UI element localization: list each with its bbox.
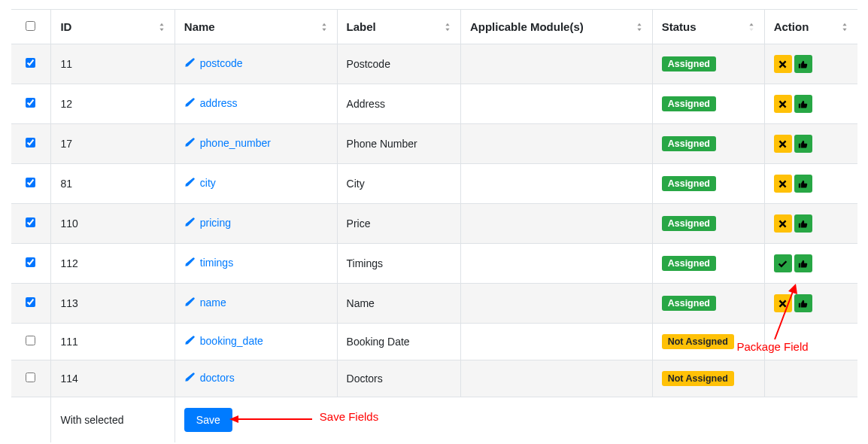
remove-action-button[interactable] <box>774 294 792 312</box>
cell-label: Postcode <box>337 44 460 84</box>
cell-module <box>460 44 652 84</box>
header-module-label: Applicable Module(s) <box>470 20 584 33</box>
row-checkbox[interactable] <box>26 58 35 68</box>
cell-id: 12 <box>51 84 175 124</box>
name-text: name <box>200 297 226 309</box>
edit-name-link[interactable]: postcode <box>184 57 243 69</box>
cell-label: Timings <box>337 244 460 284</box>
sort-icon[interactable] <box>319 22 329 32</box>
header-label[interactable]: Label <box>337 10 460 44</box>
cell-label: City <box>337 164 460 204</box>
cell-module <box>460 360 652 397</box>
edit-icon <box>184 372 196 383</box>
cell-label: Phone Number <box>337 124 460 164</box>
status-badge: Assigned <box>662 176 716 191</box>
row-checkbox[interactable] <box>26 98 35 108</box>
approve-action-button[interactable] <box>794 95 812 113</box>
edit-icon <box>184 217 196 228</box>
edit-icon <box>184 137 196 148</box>
approve-action-button[interactable] <box>794 214 812 233</box>
cell-id: 110 <box>51 204 175 244</box>
sort-icon[interactable] <box>442 22 453 32</box>
row-checkbox[interactable] <box>26 138 35 147</box>
remove-action-button[interactable] <box>774 214 792 233</box>
edit-icon <box>184 335 196 346</box>
edit-name-link[interactable]: doctors <box>184 372 235 384</box>
header-status[interactable]: Status <box>652 10 764 44</box>
edit-name-link[interactable]: timings <box>184 257 233 269</box>
table-header-row: ID Name Label Applicable Module(s) Statu… <box>11 10 857 44</box>
cell-label: Price <box>337 204 460 244</box>
edit-icon <box>184 177 196 188</box>
approve-action-button[interactable] <box>794 175 812 193</box>
remove-action-button[interactable] <box>774 55 792 73</box>
header-module[interactable]: Applicable Module(s) <box>460 10 652 44</box>
cell-module <box>460 204 652 244</box>
header-action-label: Action <box>774 20 809 33</box>
page-container: ID Name Label Applicable Module(s) Statu… <box>11 9 857 442</box>
cell-module <box>460 164 652 204</box>
header-name[interactable]: Name <box>175 10 337 44</box>
header-action[interactable]: Action <box>764 10 857 44</box>
table-row: 12addressAddressAssigned <box>11 84 857 124</box>
sort-icon[interactable] <box>746 22 757 32</box>
approve-action-button[interactable] <box>794 135 812 153</box>
edit-icon <box>184 257 196 268</box>
approve-action-button[interactable] <box>794 294 812 312</box>
with-selected-label: With selected <box>51 397 175 443</box>
row-checkbox[interactable] <box>26 373 35 382</box>
cell-id: 81 <box>51 164 175 204</box>
header-status-label: Status <box>662 20 697 33</box>
remove-action-button[interactable] <box>774 175 792 193</box>
status-badge: Assigned <box>662 256 716 271</box>
approve-action-button[interactable] <box>794 55 812 73</box>
row-checkbox[interactable] <box>26 297 35 307</box>
edit-name-link[interactable]: phone_number <box>184 137 271 149</box>
table-row: 114doctorsDoctorsNot Assigned <box>11 360 857 397</box>
remove-action-button[interactable] <box>774 135 792 153</box>
status-badge: Assigned <box>662 296 716 311</box>
edit-name-link[interactable]: booking_date <box>184 335 263 347</box>
cell-module <box>460 244 652 284</box>
sort-icon[interactable] <box>634 22 645 32</box>
table-row: 111booking_dateBooking DateNot Assigned <box>11 324 857 360</box>
cell-label: Name <box>337 284 460 324</box>
edit-name-link[interactable]: city <box>184 177 216 189</box>
table-row: 110pricingPriceAssigned <box>11 204 857 244</box>
row-checkbox[interactable] <box>26 178 35 187</box>
edit-icon <box>184 297 196 308</box>
select-all-checkbox[interactable] <box>26 21 35 31</box>
row-checkbox[interactable] <box>26 257 35 267</box>
header-label-label: Label <box>347 20 376 33</box>
row-checkbox[interactable] <box>26 336 35 345</box>
name-text: pricing <box>200 217 231 229</box>
cell-label: Address <box>337 84 460 124</box>
cell-id: 112 <box>51 244 175 284</box>
table-row: 17phone_numberPhone NumberAssigned <box>11 124 857 164</box>
name-text: booking_date <box>200 335 263 347</box>
edit-name-link[interactable]: name <box>184 297 226 309</box>
annotation-save-fields: Save Fields <box>320 410 378 423</box>
sort-icon[interactable] <box>156 22 167 32</box>
sort-icon[interactable] <box>839 22 850 32</box>
edit-icon <box>184 57 196 68</box>
status-badge: Assigned <box>662 216 716 231</box>
status-badge: Not Assigned <box>662 371 734 386</box>
name-text: phone_number <box>200 137 271 149</box>
edit-name-link[interactable]: pricing <box>184 217 231 229</box>
edit-name-link[interactable]: address <box>184 97 238 109</box>
approve-action-button[interactable] <box>794 254 812 272</box>
status-badge: Assigned <box>662 56 716 71</box>
remove-action-button[interactable] <box>774 95 792 113</box>
cell-module <box>460 84 652 124</box>
name-text: postcode <box>200 57 243 69</box>
row-checkbox[interactable] <box>26 217 35 227</box>
check-action-button[interactable] <box>774 254 792 272</box>
cell-label: Doctors <box>337 360 460 397</box>
save-button[interactable]: Save <box>184 408 232 432</box>
name-text: address <box>200 97 238 109</box>
header-name-label: Name <box>184 20 215 33</box>
table-row: 112timingsTimingsAssigned <box>11 244 857 284</box>
header-id[interactable]: ID <box>51 10 175 44</box>
cell-module <box>460 324 652 360</box>
